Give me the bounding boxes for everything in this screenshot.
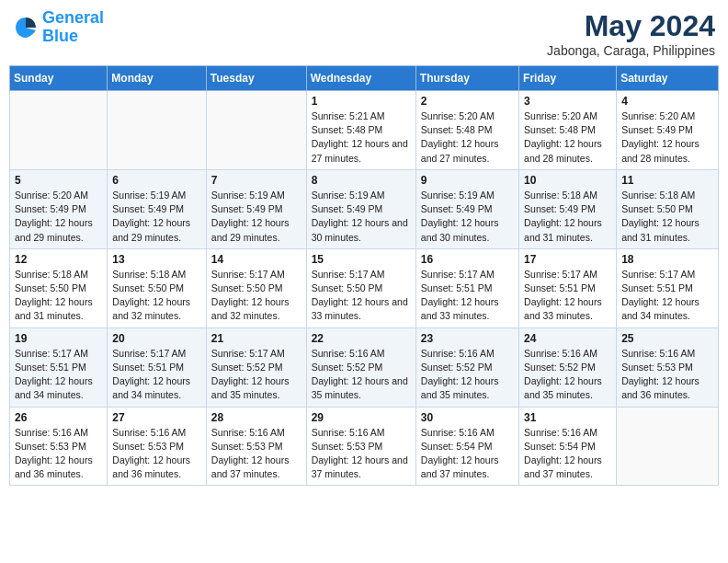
day-number: 18: [621, 253, 713, 266]
calendar-cell: 21Sunrise: 5:17 AM Sunset: 5:52 PM Dayli…: [206, 327, 306, 407]
day-info: Sunrise: 5:19 AM Sunset: 5:49 PM Dayligh…: [211, 189, 301, 245]
calendar-cell: 19Sunrise: 5:17 AM Sunset: 5:51 PM Dayli…: [10, 327, 108, 407]
day-info: Sunrise: 5:18 AM Sunset: 5:50 PM Dayligh…: [621, 189, 713, 245]
day-number: 2: [421, 95, 514, 108]
day-info: Sunrise: 5:16 AM Sunset: 5:53 PM Dayligh…: [15, 426, 102, 482]
calendar-cell: 23Sunrise: 5:16 AM Sunset: 5:52 PM Dayli…: [415, 327, 518, 407]
day-info: Sunrise: 5:16 AM Sunset: 5:52 PM Dayligh…: [524, 347, 611, 403]
calendar-week-row: 12Sunrise: 5:18 AM Sunset: 5:50 PM Dayli…: [10, 248, 719, 327]
weekday-header: Monday: [108, 66, 206, 91]
calendar-cell: [10, 91, 108, 170]
day-number: 5: [15, 174, 102, 187]
day-number: 14: [211, 253, 301, 266]
day-number: 21: [211, 332, 301, 345]
day-info: Sunrise: 5:16 AM Sunset: 5:54 PM Dayligh…: [524, 426, 611, 482]
calendar-cell: 16Sunrise: 5:17 AM Sunset: 5:51 PM Dayli…: [415, 248, 518, 327]
weekday-header: Tuesday: [206, 66, 306, 91]
calendar-cell: 31Sunrise: 5:16 AM Sunset: 5:54 PM Dayli…: [519, 407, 617, 486]
day-info: Sunrise: 5:21 AM Sunset: 5:48 PM Dayligh…: [312, 109, 411, 166]
day-info: Sunrise: 5:17 AM Sunset: 5:50 PM Dayligh…: [211, 268, 301, 324]
day-number: 30: [421, 411, 514, 424]
calendar-cell: [206, 91, 306, 170]
day-number: 6: [112, 174, 200, 187]
title-block: May 2024 Jabonga, Caraga, Philippines: [547, 9, 715, 58]
calendar-cell: 27Sunrise: 5:16 AM Sunset: 5:53 PM Dayli…: [108, 407, 206, 486]
day-number: 15: [312, 253, 411, 266]
day-number: 25: [621, 332, 713, 345]
day-number: 26: [15, 411, 102, 424]
calendar-cell: 6Sunrise: 5:19 AM Sunset: 5:49 PM Daylig…: [108, 169, 206, 248]
calendar-cell: 25Sunrise: 5:16 AM Sunset: 5:53 PM Dayli…: [617, 327, 719, 407]
day-number: 24: [524, 332, 611, 345]
calendar-cell: 28Sunrise: 5:16 AM Sunset: 5:53 PM Dayli…: [206, 407, 306, 486]
calendar-cell: [108, 91, 206, 170]
calendar-cell: 8Sunrise: 5:19 AM Sunset: 5:49 PM Daylig…: [306, 169, 415, 248]
day-info: Sunrise: 5:20 AM Sunset: 5:48 PM Dayligh…: [421, 109, 514, 166]
day-number: 20: [112, 332, 200, 345]
day-number: 16: [421, 253, 514, 266]
logo-icon: [13, 15, 39, 40]
page-header: General Blue May 2024 Jabonga, Caraga, P…: [9, 9, 719, 58]
calendar-cell: 13Sunrise: 5:18 AM Sunset: 5:50 PM Dayli…: [108, 248, 206, 327]
weekday-header: Thursday: [415, 66, 518, 91]
day-info: Sunrise: 5:19 AM Sunset: 5:49 PM Dayligh…: [312, 189, 411, 245]
day-info: Sunrise: 5:17 AM Sunset: 5:51 PM Dayligh…: [15, 347, 102, 403]
day-number: 12: [15, 253, 102, 266]
weekday-header: Friday: [519, 66, 617, 91]
calendar-cell: 11Sunrise: 5:18 AM Sunset: 5:50 PM Dayli…: [617, 169, 719, 248]
day-number: 31: [524, 411, 611, 424]
calendar-cell: 5Sunrise: 5:20 AM Sunset: 5:49 PM Daylig…: [10, 169, 108, 248]
calendar-cell: 2Sunrise: 5:20 AM Sunset: 5:48 PM Daylig…: [415, 91, 518, 170]
calendar-cell: 9Sunrise: 5:19 AM Sunset: 5:49 PM Daylig…: [415, 169, 518, 248]
day-number: 11: [621, 174, 713, 187]
day-info: Sunrise: 5:20 AM Sunset: 5:49 PM Dayligh…: [15, 189, 102, 245]
calendar-cell: 12Sunrise: 5:18 AM Sunset: 5:50 PM Dayli…: [10, 248, 108, 327]
main-title: May 2024: [547, 9, 715, 43]
subtitle: Jabonga, Caraga, Philippines: [547, 43, 715, 58]
day-number: 1: [312, 95, 411, 108]
day-number: 4: [621, 95, 713, 108]
day-number: 9: [421, 174, 514, 187]
calendar-cell: 3Sunrise: 5:20 AM Sunset: 5:48 PM Daylig…: [519, 91, 617, 170]
calendar-week-row: 26Sunrise: 5:16 AM Sunset: 5:53 PM Dayli…: [10, 407, 719, 486]
day-number: 29: [312, 411, 411, 424]
day-number: 23: [421, 332, 514, 345]
day-info: Sunrise: 5:17 AM Sunset: 5:51 PM Dayligh…: [112, 347, 200, 403]
day-number: 19: [15, 332, 102, 345]
calendar-week-row: 19Sunrise: 5:17 AM Sunset: 5:51 PM Dayli…: [10, 327, 719, 407]
day-info: Sunrise: 5:16 AM Sunset: 5:53 PM Dayligh…: [621, 347, 713, 403]
day-info: Sunrise: 5:20 AM Sunset: 5:48 PM Dayligh…: [524, 109, 611, 166]
day-info: Sunrise: 5:17 AM Sunset: 5:51 PM Dayligh…: [524, 268, 611, 324]
day-number: 3: [524, 95, 611, 108]
day-info: Sunrise: 5:19 AM Sunset: 5:49 PM Dayligh…: [421, 189, 514, 245]
calendar-cell: 17Sunrise: 5:17 AM Sunset: 5:51 PM Dayli…: [519, 248, 617, 327]
calendar-cell: 14Sunrise: 5:17 AM Sunset: 5:50 PM Dayli…: [206, 248, 306, 327]
day-number: 27: [112, 411, 200, 424]
logo-text: General Blue: [42, 9, 104, 46]
day-number: 8: [312, 174, 411, 187]
logo: General Blue: [13, 9, 104, 46]
day-number: 13: [112, 253, 200, 266]
day-info: Sunrise: 5:17 AM Sunset: 5:50 PM Dayligh…: [312, 268, 411, 324]
day-number: 22: [312, 332, 411, 345]
day-info: Sunrise: 5:18 AM Sunset: 5:49 PM Dayligh…: [524, 189, 611, 245]
calendar-cell: 30Sunrise: 5:16 AM Sunset: 5:54 PM Dayli…: [415, 407, 518, 486]
logo-blue: Blue: [42, 27, 78, 45]
calendar-cell: 4Sunrise: 5:20 AM Sunset: 5:49 PM Daylig…: [617, 91, 719, 170]
calendar-cell: 10Sunrise: 5:18 AM Sunset: 5:49 PM Dayli…: [519, 169, 617, 248]
calendar-cell: 22Sunrise: 5:16 AM Sunset: 5:52 PM Dayli…: [306, 327, 415, 407]
logo-general: General: [42, 8, 104, 27]
day-info: Sunrise: 5:18 AM Sunset: 5:50 PM Dayligh…: [15, 268, 102, 324]
calendar-cell: 1Sunrise: 5:21 AM Sunset: 5:48 PM Daylig…: [306, 91, 415, 170]
calendar-cell: 7Sunrise: 5:19 AM Sunset: 5:49 PM Daylig…: [206, 169, 306, 248]
day-info: Sunrise: 5:18 AM Sunset: 5:50 PM Dayligh…: [112, 268, 200, 324]
calendar-cell: 15Sunrise: 5:17 AM Sunset: 5:50 PM Dayli…: [306, 248, 415, 327]
calendar-cell: 26Sunrise: 5:16 AM Sunset: 5:53 PM Dayli…: [10, 407, 108, 486]
calendar-cell: 24Sunrise: 5:16 AM Sunset: 5:52 PM Dayli…: [519, 327, 617, 407]
day-info: Sunrise: 5:19 AM Sunset: 5:49 PM Dayligh…: [112, 189, 200, 245]
day-info: Sunrise: 5:16 AM Sunset: 5:53 PM Dayligh…: [211, 426, 301, 482]
day-number: 10: [524, 174, 611, 187]
calendar-cell: 20Sunrise: 5:17 AM Sunset: 5:51 PM Dayli…: [108, 327, 206, 407]
day-info: Sunrise: 5:16 AM Sunset: 5:53 PM Dayligh…: [312, 426, 411, 482]
calendar-cell: [617, 407, 719, 486]
